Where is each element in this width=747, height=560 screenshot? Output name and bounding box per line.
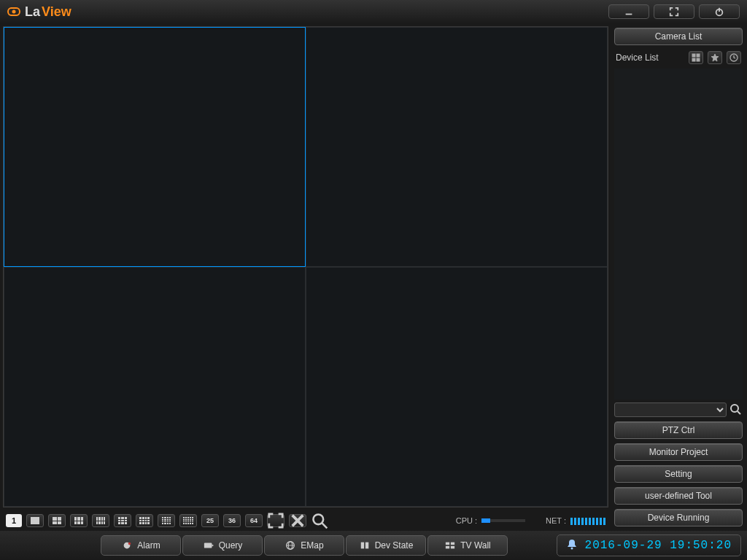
svg-rect-25 <box>451 542 454 545</box>
layout-9-button[interactable] <box>114 514 131 527</box>
layout-64-button[interactable]: 64 <box>245 514 263 527</box>
svg-rect-9 <box>692 58 695 61</box>
layout-20-button[interactable] <box>179 514 197 527</box>
brand-la: La <box>25 4 40 20</box>
grid-4-icon <box>53 517 61 524</box>
tab-query[interactable]: Query <box>182 535 263 556</box>
layout-4-button[interactable] <box>48 514 66 527</box>
history-button[interactable] <box>727 51 741 64</box>
fullscreen-icon <box>669 7 679 17</box>
svg-point-13 <box>731 405 738 412</box>
fullscreen-button[interactable] <box>654 4 694 19</box>
svg-point-16 <box>128 542 131 545</box>
eye-icon <box>7 7 20 16</box>
page-indicator: 1 <box>6 514 22 527</box>
tab-query-label: Query <box>219 540 243 551</box>
cpu-meter <box>481 519 525 522</box>
net-label: NET : <box>546 516 566 525</box>
tab-dev-state[interactable]: Dev State <box>346 535 426 556</box>
grid-6-icon <box>74 517 83 524</box>
footer: Alarm Query EMap Dev State TV Wall 2016-… <box>0 531 747 560</box>
layout-25-button[interactable]: 25 <box>201 514 219 527</box>
svg-rect-22 <box>360 542 363 549</box>
footer-tabs: Alarm Query EMap Dev State TV Wall <box>101 535 508 556</box>
tvwall-icon <box>444 540 456 551</box>
minimize-button[interactable] <box>608 4 649 19</box>
layout-16-button[interactable] <box>158 514 175 527</box>
favorite-button[interactable] <box>708 51 722 64</box>
minimize-icon <box>624 7 634 17</box>
power-icon <box>714 7 724 17</box>
tab-emap[interactable]: EMap <box>264 535 344 556</box>
magnifier-icon <box>311 512 328 529</box>
grid-8-icon <box>96 517 105 524</box>
star-icon <box>711 53 719 62</box>
grid-13-icon <box>139 517 150 524</box>
devstate-icon <box>359 540 371 551</box>
search-button[interactable] <box>729 403 743 416</box>
video-cell-3[interactable] <box>4 267 306 507</box>
search-icon <box>729 403 741 415</box>
svg-rect-10 <box>697 58 700 61</box>
video-cell-2[interactable] <box>306 27 608 267</box>
cpu-label: CPU : <box>456 516 477 525</box>
power-button[interactable] <box>699 4 740 19</box>
device-tree[interactable] <box>614 69 743 400</box>
svg-rect-23 <box>365 542 368 549</box>
zoom-button[interactable] <box>311 514 328 527</box>
view-mode-button[interactable] <box>689 51 703 64</box>
layout-1-button[interactable] <box>26 514 44 527</box>
alarm-icon <box>121 540 133 551</box>
svg-marker-18 <box>212 544 214 547</box>
close-all-button[interactable] <box>289 514 306 527</box>
camera-list-button[interactable]: Camera List <box>614 28 743 45</box>
tab-alarm-label: Alarm <box>137 540 160 551</box>
viewer-toolbar: 1 25 36 64 CPU : NET : <box>3 510 608 531</box>
grid-16-icon <box>162 517 171 524</box>
monitor-project-button[interactable]: Monitor Project <box>614 443 743 461</box>
ptz-ctrl-button[interactable]: PTZ Ctrl <box>614 421 743 439</box>
close-icon <box>290 513 306 529</box>
setting-button[interactable]: Setting <box>614 465 743 483</box>
video-cell-1[interactable] <box>4 27 306 267</box>
grid-9-icon <box>118 517 127 524</box>
tab-tv-wall[interactable]: TV Wall <box>427 535 508 556</box>
svg-rect-17 <box>204 543 212 548</box>
layout-36-button[interactable]: 36 <box>223 514 241 527</box>
svg-line-6 <box>322 523 327 528</box>
brand-view: View <box>42 4 71 20</box>
layout-13-button[interactable] <box>136 514 153 527</box>
svg-point-5 <box>313 514 323 524</box>
device-list-label: Device List <box>616 52 659 63</box>
emap-icon <box>285 540 296 551</box>
svg-rect-27 <box>451 546 454 549</box>
layout-6-button[interactable] <box>70 514 88 527</box>
tab-devstate-label: Dev State <box>375 540 414 551</box>
user-defined-tool-button[interactable]: user-defined Tool <box>614 487 743 505</box>
clock-panel: 2016-09-29 19:50:20 <box>557 534 741 556</box>
tab-alarm[interactable]: Alarm <box>101 535 181 556</box>
layout-8-button[interactable] <box>92 514 109 527</box>
sidebar: Camera List Device List PTZ Ctrl Monitor… <box>611 23 747 531</box>
svg-rect-24 <box>446 542 449 545</box>
app-logo: LaView <box>7 4 71 20</box>
video-grid[interactable] <box>3 26 608 508</box>
expand-icon <box>268 513 284 529</box>
grid-1-icon <box>31 517 39 524</box>
expand-button[interactable] <box>267 514 285 527</box>
search-select[interactable] <box>614 402 727 417</box>
svg-point-28 <box>570 548 573 550</box>
svg-rect-26 <box>446 546 449 549</box>
video-cell-4[interactable] <box>306 267 608 507</box>
svg-rect-8 <box>697 54 700 57</box>
svg-rect-7 <box>692 54 695 57</box>
svg-line-14 <box>738 411 740 414</box>
clock-icon <box>729 53 738 62</box>
device-running-button[interactable]: Device Running <box>614 509 743 526</box>
tab-emap-label: EMap <box>301 540 323 551</box>
title-bar: LaView <box>0 0 747 23</box>
alarm-bell-icon[interactable] <box>566 538 578 553</box>
device-list-row: Device List <box>614 50 743 69</box>
query-icon <box>203 540 214 551</box>
tab-tvwall-label: TV Wall <box>460 540 491 551</box>
